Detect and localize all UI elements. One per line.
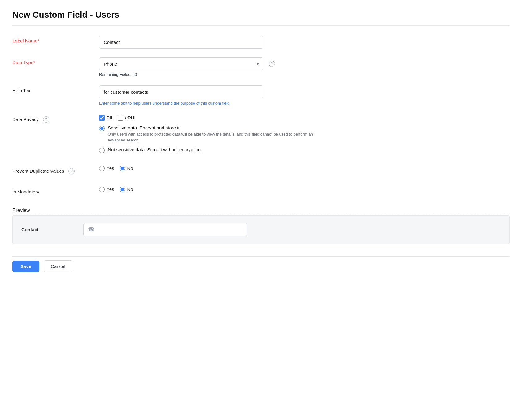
is-mandatory-row: Is Mandatory Yes No xyxy=(12,187,510,199)
phone-icon: ☎ xyxy=(88,226,94,233)
preview-input-wrapper: ☎ xyxy=(83,223,501,236)
label-name-content xyxy=(99,36,510,49)
preview-field-label: Contact xyxy=(21,227,83,232)
remaining-fields-text: Remaining Fields: 50 xyxy=(99,72,510,77)
label-name-label: Label Name* xyxy=(12,36,99,43)
sensitive-radio-option[interactable]: Sensitive data. Encrypt and store it. On… xyxy=(99,125,510,143)
prevent-duplicate-yes-radio[interactable] xyxy=(99,166,105,171)
data-type-select[interactable]: Phone Text Number Date Email URL xyxy=(99,57,263,70)
help-text-row: Help Text Enter some text to help users … xyxy=(12,85,510,106)
pii-label: PII xyxy=(107,115,112,120)
is-mandatory-yes-text: Yes xyxy=(107,187,114,192)
prevent-duplicate-yes-text: Yes xyxy=(107,166,114,171)
not-sensitive-radio[interactable] xyxy=(99,148,105,153)
data-privacy-help-icon[interactable]: ? xyxy=(43,116,49,123)
data-type-content: Phone Text Number Date Email URL ▾ ? Rem… xyxy=(99,57,510,77)
data-type-select-wrapper: Phone Text Number Date Email URL ▾ xyxy=(99,57,263,70)
help-text-content: Enter some text to help users understand… xyxy=(99,85,510,106)
preview-section: Preview Contact ☎ xyxy=(12,208,510,244)
is-mandatory-content: Yes No xyxy=(99,187,510,192)
label-name-input[interactable] xyxy=(99,36,263,49)
data-type-row: Data Type* Phone Text Number Date Email … xyxy=(12,57,510,77)
not-sensitive-main-label: Not sensitive data. Store it without enc… xyxy=(108,147,202,152)
data-privacy-label: Data Privacy ? xyxy=(12,115,99,123)
prevent-duplicate-row: Prevent Duplicate Values ? Yes No xyxy=(12,166,510,178)
pii-checkbox[interactable] xyxy=(99,115,105,121)
data-type-label: Data Type* xyxy=(12,57,99,65)
is-mandatory-yes-label[interactable]: Yes xyxy=(99,187,114,192)
ephi-checkbox[interactable] xyxy=(118,115,123,121)
cancel-button[interactable]: Cancel xyxy=(44,260,72,272)
is-mandatory-yes-radio[interactable] xyxy=(99,187,105,192)
footer-buttons: Save Cancel xyxy=(12,256,510,272)
label-name-row: Label Name* xyxy=(12,36,510,49)
prevent-duplicate-help-icon[interactable]: ? xyxy=(68,168,75,174)
data-privacy-checkboxes: PII ePHI xyxy=(99,115,510,121)
data-type-help-icon[interactable]: ? xyxy=(269,61,275,67)
prevent-duplicate-no-radio[interactable] xyxy=(120,166,125,171)
prevent-duplicate-yes-label[interactable]: Yes xyxy=(99,166,114,171)
data-privacy-content: PII ePHI Sensitive data. Encrypt and sto… xyxy=(99,115,510,157)
preview-content: Contact ☎ xyxy=(12,215,510,244)
is-mandatory-radio-group: Yes No xyxy=(99,187,510,192)
data-privacy-row: Data Privacy ? PII ePHI xyxy=(12,115,510,157)
help-text-hint: Enter some text to help users understand… xyxy=(99,100,263,106)
preview-phone-input: ☎ xyxy=(83,223,247,236)
is-mandatory-no-label[interactable]: No xyxy=(120,187,133,192)
ephi-label: ePHI xyxy=(125,115,135,120)
prevent-duplicate-content: Yes No xyxy=(99,166,510,171)
sensitive-sub-label: Only users with access to protected data… xyxy=(108,131,324,143)
page-container: New Custom Field - Users Label Name* Dat… xyxy=(0,0,522,420)
help-text-label: Help Text xyxy=(12,85,99,93)
sensitive-main-label: Sensitive data. Encrypt and store it. xyxy=(108,125,324,130)
is-mandatory-no-text: No xyxy=(127,187,133,192)
prevent-duplicate-radio-group: Yes No xyxy=(99,166,510,171)
is-mandatory-label: Is Mandatory xyxy=(12,187,99,194)
help-text-input[interactable] xyxy=(99,85,263,98)
ephi-checkbox-label[interactable]: ePHI xyxy=(118,115,135,121)
page-title: New Custom Field - Users xyxy=(12,10,510,26)
form-section: Label Name* Data Type* Phone Text Number… xyxy=(12,36,510,199)
not-sensitive-radio-option[interactable]: Not sensitive data. Store it without enc… xyxy=(99,147,510,153)
data-privacy-radio-group: Sensitive data. Encrypt and store it. On… xyxy=(99,125,510,157)
preview-label: Preview xyxy=(12,208,510,213)
save-button[interactable]: Save xyxy=(12,261,39,272)
prevent-duplicate-no-label[interactable]: No xyxy=(120,166,133,171)
sensitive-radio[interactable] xyxy=(99,126,105,131)
is-mandatory-no-radio[interactable] xyxy=(120,187,125,192)
prevent-duplicate-no-text: No xyxy=(127,166,133,171)
pii-checkbox-label[interactable]: PII xyxy=(99,115,112,121)
prevent-duplicate-label: Prevent Duplicate Values ? xyxy=(12,166,99,174)
